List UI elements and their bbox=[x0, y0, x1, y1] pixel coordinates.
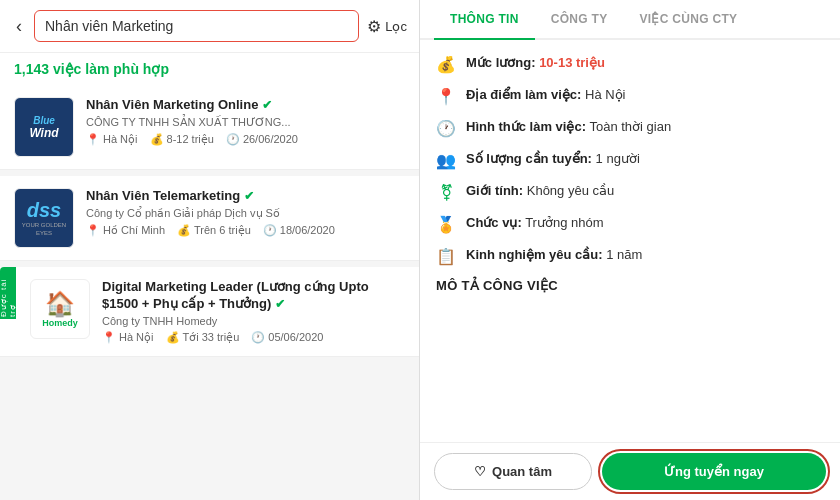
job-card-1[interactable]: Blue Wind Nhân Viên Marketing Online ✔ C… bbox=[0, 85, 419, 170]
worktype-detail-icon: 🕐 bbox=[436, 119, 456, 138]
experience-detail-icon: 📋 bbox=[436, 247, 456, 266]
job-card-3[interactable]: Được tài trợ 🏠 Homedy Digital Marketing … bbox=[0, 267, 419, 357]
location-icon-3: 📍 bbox=[102, 331, 116, 344]
detail-headcount-row: 👥 Số lượng cần tuyển: 1 người bbox=[436, 150, 824, 170]
job-salary-2: 💰 Trên 6 triệu bbox=[177, 224, 251, 237]
job-detail: 💰 Mức lương: 10-13 triệu 📍 Địa điểm làm … bbox=[420, 40, 840, 442]
apply-button[interactable]: Ứng tuyển ngay bbox=[602, 453, 826, 490]
headcount-detail-text: Số lượng cần tuyển: 1 người bbox=[466, 150, 640, 168]
location-icon-2: 📍 bbox=[86, 224, 100, 237]
search-bar: ‹ ⚙ Lọc bbox=[0, 0, 419, 53]
job-date-1: 🕐 26/06/2020 bbox=[226, 133, 298, 146]
job-info-2: Nhân Viên Telemarketing ✔ Công ty Cổ phầ… bbox=[86, 188, 405, 248]
salary-icon-2: 💰 bbox=[177, 224, 191, 237]
sponsored-tag: Được tài trợ bbox=[0, 267, 16, 319]
wishlist-icon: ♡ bbox=[474, 464, 486, 479]
company-logo-3: 🏠 Homedy bbox=[30, 279, 90, 339]
job-title-3: Digital Marketing Leader (Lương cứng Upt… bbox=[102, 279, 405, 313]
detail-salary-row: 💰 Mức lương: 10-13 triệu bbox=[436, 54, 824, 74]
detail-location-row: 📍 Địa điểm làm việc: Hà Nội bbox=[436, 86, 824, 106]
tab-thong-tin[interactable]: THÔNG TIN bbox=[434, 0, 535, 40]
dss-text: dss bbox=[27, 199, 61, 222]
apply-label: Ứng tuyển ngay bbox=[664, 464, 764, 479]
job-info-1: Nhân Viên Marketing Online ✔ CÔNG TY TNH… bbox=[86, 97, 405, 157]
logo-text2: Wind bbox=[29, 126, 58, 140]
detail-gender-row: ⚧ Giới tính: Không yêu cầu bbox=[436, 182, 824, 202]
result-count: 1,143 việc làm phù hợp bbox=[0, 53, 419, 85]
filter-icon: ⚙ bbox=[367, 17, 381, 36]
verified-icon-3: ✔ bbox=[275, 297, 285, 313]
date-icon-1: 🕐 bbox=[226, 133, 240, 146]
experience-detail-text: Kinh nghiệm yêu cầu: 1 năm bbox=[466, 246, 642, 264]
location-detail-icon: 📍 bbox=[436, 87, 456, 106]
location-detail-text: Địa điểm làm việc: Hà Nội bbox=[466, 86, 626, 104]
job-meta-1: 📍 Hà Nội 💰 8-12 triệu 🕐 26/06/2020 bbox=[86, 133, 405, 146]
tab-viec-cung-cty[interactable]: VIỆC CÙNG CTY bbox=[623, 0, 753, 40]
homedy-text: Homedy bbox=[42, 318, 78, 328]
job-meta-2: 📍 Hồ Chí Minh 💰 Trên 6 triệu 🕐 18/06/202… bbox=[86, 224, 405, 237]
job-location-2: 📍 Hồ Chí Minh bbox=[86, 224, 165, 237]
job-meta-3: 📍 Hà Nội 💰 Tới 33 triệu 🕐 05/06/2020 bbox=[102, 331, 405, 344]
detail-position-row: 🏅 Chức vụ: Trưởng nhóm bbox=[436, 214, 824, 234]
wishlist-button[interactable]: ♡ Quan tâm bbox=[434, 453, 592, 490]
job-location-1: 📍 Hà Nội bbox=[86, 133, 138, 146]
job-company-2: Công ty Cổ phần Giải pháp Dịch vụ Số bbox=[86, 207, 405, 220]
tabs: THÔNG TIN CÔNG TY VIỆC CÙNG CTY bbox=[420, 0, 840, 40]
job-card-2[interactable]: dss YOUR GOLDEN EYES Nhân Viên Telemarke… bbox=[0, 176, 419, 261]
dss-sub: YOUR GOLDEN EYES bbox=[15, 222, 73, 236]
job-title-1: Nhân Viên Marketing Online ✔ bbox=[86, 97, 405, 114]
detail-experience-row: 📋 Kinh nghiệm yêu cầu: 1 năm bbox=[436, 246, 824, 266]
job-info-3: Digital Marketing Leader (Lương cứng Upt… bbox=[102, 279, 405, 344]
position-detail-text: Chức vụ: Trưởng nhóm bbox=[466, 214, 604, 232]
job-date-3: 🕐 05/06/2020 bbox=[251, 331, 323, 344]
job-salary-3: 💰 Tới 33 triệu bbox=[166, 331, 240, 344]
company-logo-2: dss YOUR GOLDEN EYES bbox=[14, 188, 74, 248]
date-icon-2: 🕐 bbox=[263, 224, 277, 237]
headcount-detail-icon: 👥 bbox=[436, 151, 456, 170]
job-list: Blue Wind Nhân Viên Marketing Online ✔ C… bbox=[0, 85, 419, 500]
worktype-detail-text: Hình thức làm việc: Toàn thời gian bbox=[466, 118, 671, 136]
tab-cong-ty[interactable]: CÔNG TY bbox=[535, 0, 624, 40]
job-company-3: Công ty TNHH Homedy bbox=[102, 315, 405, 327]
gender-detail-text: Giới tính: Không yêu cầu bbox=[466, 182, 614, 200]
logo-text: Blue bbox=[33, 115, 55, 126]
gender-detail-icon: ⚧ bbox=[436, 183, 456, 202]
job-company-1: CÔNG TY TNHH SẢN XUẤT THƯƠNG... bbox=[86, 116, 405, 129]
homedy-icon: 🏠 bbox=[45, 290, 75, 318]
date-icon-3: 🕐 bbox=[251, 331, 265, 344]
position-detail-icon: 🏅 bbox=[436, 215, 456, 234]
bottom-actions: ♡ Quan tâm Ứng tuyển ngay bbox=[420, 442, 840, 500]
search-input[interactable] bbox=[34, 10, 359, 42]
job-date-2: 🕐 18/06/2020 bbox=[263, 224, 335, 237]
back-button[interactable]: ‹ bbox=[12, 14, 26, 39]
salary-icon-1: 💰 bbox=[150, 133, 164, 146]
filter-button[interactable]: ⚙ Lọc bbox=[367, 17, 407, 36]
salary-detail-text: Mức lương: 10-13 triệu bbox=[466, 54, 605, 72]
right-panel: THÔNG TIN CÔNG TY VIỆC CÙNG CTY 💰 Mức lư… bbox=[420, 0, 840, 500]
detail-worktype-row: 🕐 Hình thức làm việc: Toàn thời gian bbox=[436, 118, 824, 138]
company-logo-1: Blue Wind bbox=[14, 97, 74, 157]
verified-icon-1: ✔ bbox=[262, 98, 272, 114]
job-location-3: 📍 Hà Nội bbox=[102, 331, 154, 344]
verified-icon-2: ✔ bbox=[244, 189, 254, 205]
filter-label: Lọc bbox=[385, 19, 407, 34]
job-title-2: Nhân Viên Telemarketing ✔ bbox=[86, 188, 405, 205]
location-icon-1: 📍 bbox=[86, 133, 100, 146]
salary-icon-3: 💰 bbox=[166, 331, 180, 344]
salary-detail-icon: 💰 bbox=[436, 55, 456, 74]
job-description-title: MÔ TẢ CÔNG VIỆC bbox=[436, 278, 824, 293]
job-salary-1: 💰 8-12 triệu bbox=[150, 133, 214, 146]
left-panel: ‹ ⚙ Lọc 1,143 việc làm phù hợp Blue Wind… bbox=[0, 0, 420, 500]
wishlist-label: Quan tâm bbox=[492, 464, 552, 479]
